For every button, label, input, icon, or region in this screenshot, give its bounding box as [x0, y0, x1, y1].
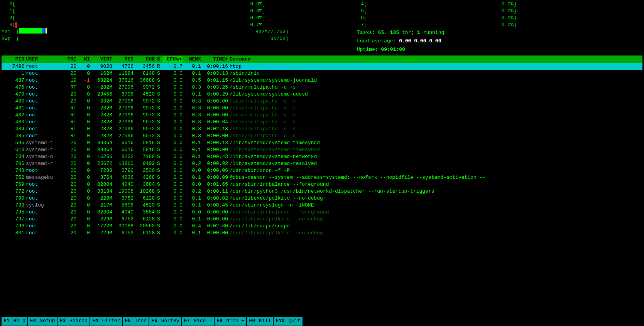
table-row[interactable]: 790 root 20 0 229M 6752 6128 S 0.0 0.1 0… — [2, 195, 642, 202]
table-row[interactable]: 1 root 20 0 162M 11684 8148 S 0.0 0.1 0:… — [2, 70, 642, 77]
table-row[interactable]: 479 root 20 0 23456 6708 4520 S 0.0 0.1 … — [2, 91, 642, 98]
state: S — [155, 202, 162, 209]
command: /sbin/multipathd -d -s — [228, 112, 641, 119]
mem-pct: 0.1 — [183, 230, 201, 237]
footer-f8[interactable]: F8Nice + — [215, 317, 246, 325]
cpu-bar-1 — [15, 8, 239, 14]
pri: 20 — [61, 181, 76, 188]
table-row[interactable]: 481 root RT 0 282M 27096 9072 S 0.0 0.3 … — [2, 105, 642, 112]
footer-f4[interactable]: F4Filter — [90, 317, 122, 325]
footer-f2[interactable]: F2Setup — [28, 317, 57, 325]
table-row[interactable]: 798 root 20 0 1722M 30188 20560 S 0.0 0.… — [2, 223, 642, 230]
cpu-pct-6: 0.0% — [490, 15, 514, 22]
pri: 20 — [61, 174, 76, 181]
ni: 0 — [76, 98, 90, 105]
table-row[interactable]: 706 systemd-r 20 0 25672 13860 9492 S 0.… — [2, 160, 642, 167]
res: 4040 — [112, 181, 134, 188]
table-row[interactable]: 475 root RT 0 282M 27096 9072 S 0.0 0.3 … — [2, 84, 642, 91]
mem-pct: 0.4 — [183, 223, 201, 230]
command: /lib/systemd/systemd-networkd — [228, 153, 641, 160]
table-row[interactable]: 793 syslog 20 0 217M 5608 4520 S 0.0 0.1… — [2, 202, 642, 209]
command: /usr/sbin/irqbalance --foreground — [228, 209, 641, 216]
shr: 3684 — [134, 209, 155, 216]
state: S — [155, 77, 162, 84]
command: /sbin/multipathd -d -s — [228, 84, 641, 91]
table-row[interactable]: 7492 root 20 0 9028 4736 3456 R 0.7 0.1 … — [2, 63, 642, 70]
table-row[interactable]: 752 messagebu 20 0 8764 4836 4268 S 0.0 … — [2, 174, 642, 181]
table-row[interactable]: 483 root RT 0 282M 27096 9072 S 0.0 0.3 … — [2, 119, 642, 126]
f8-label: Nice + — [225, 317, 247, 325]
virt: 282M — [90, 112, 112, 119]
cpu-row-4: 4[0.0%] — [353, 1, 642, 8]
f5-label: Tree — [133, 317, 149, 325]
pid: 437 — [3, 77, 24, 84]
table-row[interactable]: 748 root 20 0 7288 2796 2536 S 0.0 0.0 0… — [2, 167, 642, 174]
table-row[interactable]: 482 root RT 0 282M 27096 9072 S 0.0 0.3 … — [2, 112, 642, 119]
table-row[interactable]: 772 root 20 0 33184 19008 10268 S 0.0 0.… — [2, 188, 642, 195]
shr: 4520 — [134, 91, 155, 98]
footer-f7[interactable]: F7Nice - — [182, 317, 214, 325]
table-row[interactable]: 769 root 20 0 82804 4040 3684 S 0.0 0.0 … — [2, 181, 642, 188]
thr-count: 185 — [390, 30, 399, 35]
pri: 20 — [61, 230, 76, 237]
table-row[interactable]: 437 root 19 -1 63224 37816 36688 S 0.0 0… — [2, 77, 642, 84]
res: 6752 — [112, 195, 134, 202]
table-row[interactable]: 596 systemd-t 20 0 89364 6616 5816 S 0.0… — [2, 139, 642, 146]
shr: 3456 — [134, 63, 155, 70]
cpu-row-2: 2[0.0%] — [2, 15, 349, 22]
state: S — [155, 133, 162, 139]
shr: 10268 — [134, 188, 155, 195]
col-header-pri: PRI — [61, 56, 76, 63]
table-row[interactable]: 801 root 20 0 229M 6752 6128 S 0.0 0.1 0… — [2, 230, 642, 237]
res: 6616 — [112, 146, 134, 153]
cpu-id-3: 3 — [2, 22, 12, 29]
uptime-value: 09:01:00 — [381, 47, 405, 52]
cpu-bar-5 — [367, 8, 490, 14]
htop-screen: 0[0.0%] 1[0.0%] 2[0.0%] 3[0.7%] Mem[842M… — [0, 0, 644, 326]
user: root — [24, 195, 61, 202]
shr: 36688 — [134, 77, 155, 84]
time-plus: 0:00.04 — [201, 119, 228, 126]
state: S — [155, 174, 162, 181]
shr: 5816 — [134, 146, 155, 153]
pid: 475 — [3, 84, 24, 91]
running-count: 1 — [417, 30, 420, 35]
table-row[interactable]: 797 root 20 0 229M 6752 6128 S 0.0 0.1 0… — [2, 216, 642, 223]
table-row[interactable]: 610 systemd-t 20 0 89364 6616 5816 S 0.0… — [2, 146, 642, 153]
virt: 229M — [90, 195, 112, 202]
footer-f9[interactable]: F9Kill — [247, 317, 273, 325]
footer-f5[interactable]: F5Tree — [123, 317, 149, 325]
user: root — [24, 167, 61, 174]
ni: 0 — [76, 126, 90, 133]
process-list[interactable]: 7492 root 20 0 9028 4736 3456 R 0.7 0.1 … — [2, 63, 642, 317]
cpu-pct-7: 0.0% — [490, 22, 514, 29]
footer-f6[interactable]: F6SortBy — [149, 317, 181, 325]
f2-label: Setup — [38, 317, 57, 325]
mem-pct: 0.3 — [183, 84, 201, 91]
pri: 20 — [61, 209, 76, 216]
pid: 481 — [3, 105, 24, 112]
time-plus: 0:00.06 — [201, 167, 228, 174]
f6-key: F6 — [149, 317, 159, 325]
virt: 1722M — [90, 223, 112, 230]
command: /usr/libexec/polkitd --no-debug — [228, 216, 641, 223]
shr: 9072 — [134, 112, 155, 119]
ni: -1 — [76, 77, 90, 84]
f3-key: F3 — [57, 317, 68, 325]
table-row[interactable]: 480 root 20 0 282M 27096 9072 S 0.0 0.3 … — [2, 98, 642, 105]
table-row[interactable]: 484 root RT 0 282M 27096 9072 S 0.0 0.3 … — [2, 126, 642, 133]
cpu-pct: 0.0 — [162, 174, 183, 181]
res: 27096 — [112, 133, 134, 139]
table-row[interactable]: 704 systemd-n 20 0 16256 8232 7188 S 0.0… — [2, 153, 642, 160]
pid: 801 — [3, 230, 24, 237]
pri: 20 — [61, 188, 76, 195]
state: S — [155, 167, 162, 174]
table-row[interactable]: 795 root 20 0 82804 4040 3684 S 0.0 0.0 … — [2, 209, 642, 216]
footer-f1[interactable]: F1Help — [2, 317, 27, 325]
state: S — [155, 119, 162, 126]
state: S — [155, 98, 162, 105]
footer-f3[interactable]: F3Search — [57, 317, 89, 325]
footer-f10[interactable]: F10Quit — [274, 317, 303, 325]
table-row[interactable]: 485 root RT 0 282M 27096 9072 S 0.0 0.3 … — [2, 133, 642, 139]
cpu-pct: 0.0 — [162, 216, 183, 223]
